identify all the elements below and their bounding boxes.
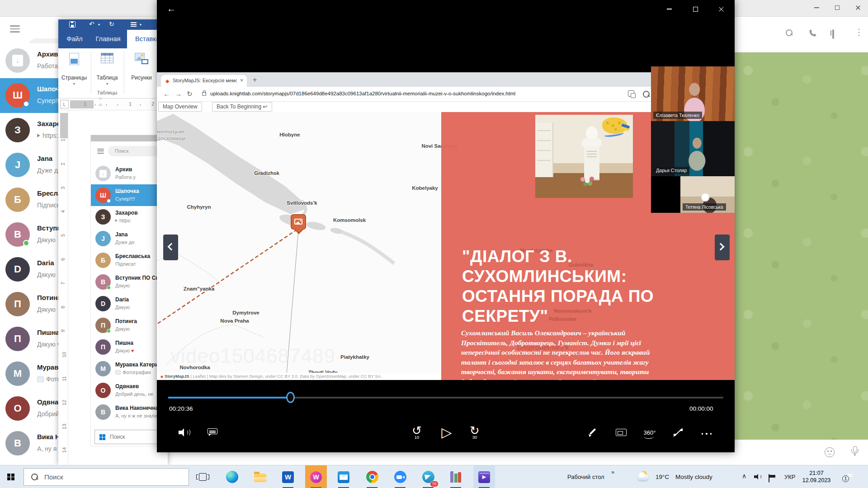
desktop-toolbar[interactable]: Рабочий стол (567, 465, 604, 488)
chat-preview-text: Дуже дя (115, 239, 134, 245)
avatar: П (5, 292, 30, 316)
clock[interactable]: 21:07 12.09.2023 (799, 469, 834, 484)
seek-bar[interactable] (168, 397, 723, 399)
maximize-icon[interactable] (827, 1, 848, 14)
taskbar-app-movies-tv[interactable]: ▶ (473, 465, 495, 488)
weather-condition[interactable]: Mostly cloudy (675, 465, 712, 488)
quick-access-list-icon[interactable] (131, 22, 137, 27)
avatar: Б (95, 253, 111, 268)
fullscreen-button[interactable] (668, 422, 688, 442)
taskbar-app-zoom[interactable] (389, 465, 411, 488)
skip-back-button[interactable]: ↺10 (407, 422, 427, 442)
dropdown-caret-icon: ▾ (93, 82, 122, 86)
close-icon[interactable] (711, 2, 732, 16)
indent-marker[interactable] (98, 98, 103, 108)
taskbar-app-winrar[interactable] (445, 465, 467, 488)
taskbar-app-wordwall[interactable]: W (305, 465, 327, 488)
360-view-button[interactable]: 360° (640, 422, 660, 442)
dropdown-caret-icon: ▾ (59, 82, 89, 86)
chat-preview-text: А, ну я ж не знала (115, 413, 157, 418)
taskbar-app-mail[interactable] (333, 465, 354, 488)
ruler-number: 2 (151, 101, 154, 107)
table-button[interactable]: Таблица ▾ (93, 50, 122, 95)
taskbar-app-telegram[interactable]: 70 (417, 465, 439, 488)
close-icon[interactable] (848, 1, 868, 14)
tab-home[interactable]: Главная (92, 30, 124, 48)
taskbar-app-edge[interactable] (221, 465, 243, 488)
pictures-button[interactable]: Рисунки (126, 50, 157, 95)
next-slide-button[interactable] (715, 235, 730, 260)
more-options-button[interactable] (697, 422, 717, 442)
telegram-message-input[interactable] (735, 440, 868, 465)
story-title: "ДІАЛОГ З В. СУХОМЛИНСЬКИМ: ОСТАННЯ ПОРА… (462, 247, 656, 326)
subtitles-button[interactable] (203, 422, 222, 442)
map-place-label: Svitlovods'k (287, 200, 317, 206)
ruler-number: 2 (60, 163, 66, 165)
tab-file[interactable]: Файл (63, 30, 86, 48)
toolbar-expand-icon[interactable]: » (611, 469, 614, 488)
taskbar-app-chrome[interactable] (361, 465, 383, 488)
start-button[interactable] (0, 465, 22, 488)
avatar: В (95, 274, 111, 290)
chat-preview: Дуже дя (115, 239, 134, 245)
taskbar-app-file-explorer[interactable] (249, 465, 271, 488)
map-marker[interactable] (291, 214, 306, 230)
phone-icon[interactable] (808, 28, 817, 39)
ruler-number: 3 (60, 187, 66, 189)
maximize-icon[interactable] (685, 2, 706, 16)
avatar: П (95, 318, 111, 333)
undo-icon[interactable]: ↶ (89, 20, 94, 28)
chrome-icon (366, 471, 378, 483)
sidebar-toggle-icon[interactable] (832, 30, 834, 38)
vertical-ruler[interactable]: 1234567891011121314 (60, 110, 68, 465)
previous-slide-button[interactable] (163, 235, 178, 260)
language-indicator[interactable]: УКР (784, 465, 796, 488)
skip-forward-button[interactable]: ↻30 (465, 422, 485, 442)
hamburger-menu-icon[interactable] (10, 25, 20, 33)
seek-thumb[interactable] (286, 392, 295, 403)
task-view-button[interactable] (192, 465, 213, 488)
taskbar-search-input[interactable]: Поиск (24, 468, 189, 486)
avatar-initial: Б (14, 194, 21, 206)
save-icon[interactable] (69, 21, 75, 28)
map-place-label: Kobelyaky (412, 185, 438, 191)
clock-date: 12.09.2023 (799, 477, 834, 484)
pages-button[interactable]: Страницы ▾ (59, 50, 89, 95)
play-button[interactable]: ▷ (437, 422, 457, 442)
taskbar-app-word[interactable]: W (277, 465, 299, 488)
avatar: D (95, 296, 111, 311)
horizontal-ruler[interactable]: L 112 (58, 99, 168, 110)
chat-preview-text: Підписат (115, 261, 136, 267)
chat-name: Daria (37, 259, 54, 267)
windows-taskbar: Поиск W W 70 ▶ Рабочий стол » 19°C Mostl… (0, 465, 868, 488)
chat-preview: Дякую (37, 271, 56, 278)
avatar: О (95, 383, 111, 398)
avatar: Ш (5, 83, 30, 108)
tab-selector[interactable]: L (60, 100, 69, 108)
battery-icon[interactable] (769, 474, 769, 483)
avatar-initial: З (101, 213, 105, 221)
winrar-icon (450, 471, 461, 483)
chat-name: Шапочка (115, 188, 139, 194)
hidden-icons-chevron[interactable]: ∧ (742, 472, 746, 479)
microphone-icon[interactable] (850, 446, 860, 459)
kebab-menu-icon[interactable]: ⋮ (854, 28, 863, 36)
chat-name: Захаров (115, 210, 138, 216)
map-place-label: Hlobyne (279, 132, 300, 137)
back-arrow-icon[interactable]: ← (167, 4, 176, 14)
minimize-icon[interactable] (806, 1, 827, 14)
story-body-text: Сухомлинський Василь Олександрович – укр… (461, 328, 650, 380)
redo-icon[interactable]: ↻ (109, 20, 114, 28)
edit-pencil-button[interactable] (583, 422, 603, 442)
undo-caret-icon[interactable]: ▾ (98, 23, 100, 27)
volume-button[interactable] (175, 422, 194, 442)
emoji-icon[interactable] (825, 447, 835, 457)
chat-preview-text: https: (119, 218, 132, 223)
minimize-icon[interactable] (659, 2, 679, 16)
chat-preview-text: Дякую (37, 341, 56, 348)
storymap-logo-icon: ◆ (160, 375, 163, 379)
chat-preview-text: Дякую (115, 283, 130, 288)
weather-temperature[interactable]: 19°C (656, 465, 669, 488)
qat-caret-icon[interactable]: ▾ (140, 23, 142, 27)
mini-player-button[interactable] (611, 422, 631, 442)
